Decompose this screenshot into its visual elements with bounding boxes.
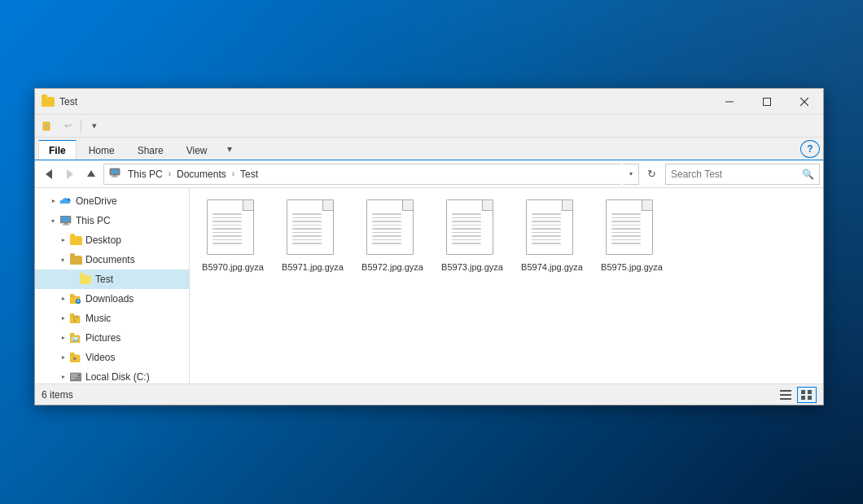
status-bar: 6 items	[35, 383, 823, 405]
svg-rect-30	[70, 353, 74, 355]
sidebar: ▾ OneDrive ▾	[35, 188, 190, 383]
svg-rect-23	[70, 313, 74, 316]
file-icon	[287, 199, 339, 258]
videos-icon	[69, 351, 82, 364]
file-item[interactable]: B5975.jpg.gyza	[595, 195, 668, 278]
svg-rect-36	[780, 390, 791, 392]
file-item[interactable]: B5972.jpg.gyza	[356, 195, 429, 278]
tab-share[interactable]: Share	[127, 140, 174, 160]
svg-rect-17	[64, 223, 68, 225]
back-button[interactable]	[38, 164, 59, 185]
expand-arrow-onedrive[interactable]: ▾	[48, 196, 58, 206]
search-icon: 🔍	[802, 169, 814, 180]
file-item[interactable]: B5973.jpg.gyza	[436, 195, 509, 278]
sidebar-label-this-pc: This PC	[76, 215, 111, 226]
svg-rect-12	[112, 169, 118, 173]
crumb-documents[interactable]: Documents	[174, 168, 229, 181]
undo-button[interactable]: ↩	[58, 117, 77, 135]
help-button[interactable]: ?	[800, 140, 820, 158]
expand-arrow-documents[interactable]: ▾	[58, 255, 68, 265]
expand-arrow-music[interactable]: ▾	[58, 313, 68, 323]
file-explorer-window: Test ↩ ▾ File Home	[34, 88, 824, 405]
tab-file[interactable]: File	[38, 140, 77, 160]
sidebar-item-pictures[interactable]: ▾ Pictures	[35, 328, 189, 348]
file-icon	[606, 199, 658, 258]
sidebar-label-test: Test	[95, 274, 113, 285]
expand-arrow-local-disk[interactable]: ▾	[58, 372, 68, 382]
address-bar[interactable]: This PC › Documents › Test	[103, 164, 621, 185]
file-name: B5972.jpg.gyza	[361, 261, 423, 273]
sidebar-item-documents[interactable]: ▾ Documents	[35, 250, 189, 270]
expand-arrow-videos[interactable]: ▾	[58, 353, 68, 362]
sidebar-item-test[interactable]: ▾ Test	[35, 270, 189, 289]
svg-rect-18	[63, 225, 69, 226]
sidebar-item-downloads[interactable]: ▾ Downloads	[35, 289, 189, 309]
sidebar-label-downloads: Downloads	[85, 293, 134, 305]
sidebar-item-this-pc[interactable]: ▾ This PC	[35, 211, 189, 230]
address-dropdown-button[interactable]: ▾	[623, 164, 639, 185]
crumb-test[interactable]: Test	[238, 168, 261, 181]
large-icons-view-button[interactable]	[797, 387, 817, 403]
file-icon	[207, 199, 259, 258]
svg-rect-40	[808, 390, 812, 394]
title-bar-icon	[42, 95, 55, 108]
file-name: B5971.jpg.gyza	[282, 261, 344, 273]
local-disk-icon	[69, 370, 82, 383]
file-area: B5970.jpg.gyza	[190, 188, 823, 383]
tab-view[interactable]: View	[176, 140, 218, 160]
ribbon-tabs: File Home Share View ▾ ?	[35, 138, 823, 160]
sidebar-label-videos: Videos	[85, 352, 115, 363]
svg-rect-6	[45, 126, 48, 127]
sidebar-item-desktop[interactable]: ▾ Desktop	[35, 230, 189, 250]
sidebar-item-local-disk[interactable]: ▾ Local Disk (C:)	[35, 367, 189, 383]
maximize-button[interactable]	[748, 89, 786, 115]
ribbon-expand-icon[interactable]: ▾	[220, 140, 239, 158]
sidebar-label-music: Music	[85, 313, 111, 324]
svg-rect-13	[113, 175, 116, 177]
expand-arrow-this-pc[interactable]: ▾	[48, 216, 58, 226]
refresh-button[interactable]: ↻	[641, 164, 662, 185]
documents-folder-icon	[69, 253, 82, 266]
file-icon	[366, 199, 418, 258]
details-view-button[interactable]	[776, 387, 795, 403]
sidebar-label-onedrive: OneDrive	[76, 195, 117, 207]
svg-rect-42	[808, 396, 812, 400]
file-name: B5975.jpg.gyza	[601, 261, 663, 273]
sidebar-item-onedrive[interactable]: ▾ OneDrive	[35, 191, 189, 211]
file-name: B5974.jpg.gyza	[521, 261, 583, 273]
tab-home[interactable]: Home	[78, 140, 125, 160]
expand-arrow-desktop[interactable]: ▾	[58, 235, 68, 245]
sidebar-label-desktop: Desktop	[85, 234, 121, 246]
sidebar-item-music[interactable]: ▾ Music	[35, 309, 189, 328]
quick-access-toolbar: ↩ ▾	[35, 115, 823, 138]
sidebar-item-videos[interactable]: ▾ Videos	[35, 348, 189, 367]
view-buttons	[776, 387, 817, 403]
file-item[interactable]: B5970.jpg.gyza	[196, 195, 269, 278]
status-item-count: 6 items	[42, 389, 776, 401]
minimize-button[interactable]	[711, 89, 748, 115]
up-button[interactable]	[81, 164, 102, 185]
svg-rect-20	[70, 294, 74, 296]
sidebar-label-documents: Documents	[85, 254, 135, 265]
window-title: Test	[59, 96, 711, 107]
breadcrumb: This PC › Documents › Test	[109, 168, 261, 181]
music-icon	[69, 312, 82, 325]
crumb-arrow-1: ›	[169, 169, 171, 178]
down-arrow-button[interactable]: ▾	[85, 117, 104, 135]
properties-button[interactable]	[38, 117, 58, 135]
file-item[interactable]: B5974.jpg.gyza	[515, 195, 589, 278]
expand-arrow-pictures[interactable]: ▾	[58, 333, 68, 343]
search-input[interactable]	[671, 169, 802, 180]
forward-button[interactable]	[59, 164, 81, 185]
svg-marker-10	[87, 170, 95, 177]
file-item[interactable]: B5971.jpg.gyza	[276, 195, 349, 278]
navigation-bar: This PC › Documents › Test ▾ ↻ 🔍	[35, 160, 823, 188]
file-name: B5973.jpg.gyza	[441, 261, 503, 273]
sidebar-label-pictures: Pictures	[85, 332, 120, 344]
pictures-icon	[69, 331, 82, 344]
title-bar: Test	[35, 89, 823, 115]
crumb-this-pc[interactable]: This PC	[125, 168, 165, 181]
close-button[interactable]	[786, 89, 823, 115]
search-box[interactable]: 🔍	[665, 164, 820, 185]
expand-arrow-downloads[interactable]: ▾	[58, 294, 68, 304]
